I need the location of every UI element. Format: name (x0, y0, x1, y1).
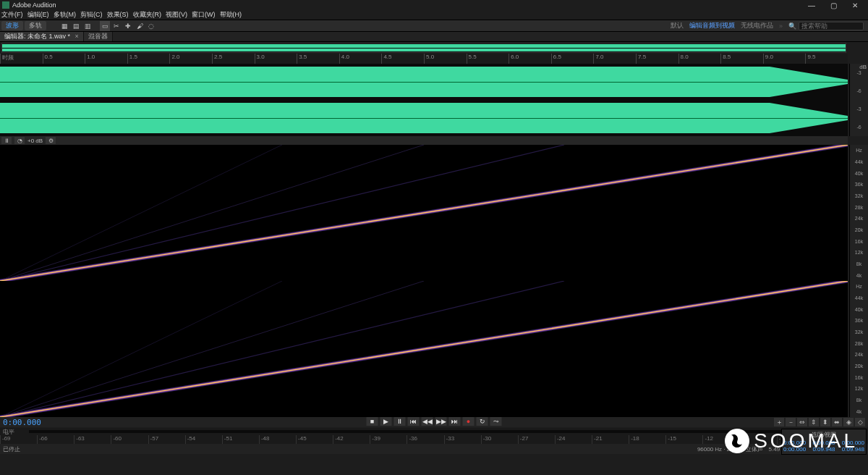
ruler-tick: 1.0 (85, 54, 95, 64)
search-icon: 🔍 (788, 22, 796, 30)
sel-start[interactable]: 0:00.000 (783, 440, 806, 446)
hz-tick: 40k (855, 307, 863, 312)
heal-tool-icon[interactable]: ✚ (123, 21, 133, 31)
hz-tick: 4k (856, 409, 861, 414)
editor-tabs: 编辑器: 未命名 1.wav * × 混音器 (0, 32, 868, 42)
workspace-radio[interactable]: 无线电作品 (741, 21, 773, 30)
waveform-display[interactable] (0, 64, 848, 136)
workspace-tab-multitrack[interactable]: 多轨 (25, 21, 46, 30)
menu-effects[interactable]: 效果(S) (107, 10, 129, 20)
level-tick: -39 (370, 435, 380, 444)
level-tick: -48 (259, 435, 270, 444)
hz-tick: 16k (855, 375, 863, 380)
waveform-channel-left (0, 65, 848, 98)
status-sample: 96000 Hz · 24 位 · 立体声 (697, 445, 763, 453)
hz-tick: 4k (856, 273, 861, 278)
spectrogram-left[interactable] (0, 145, 848, 281)
zoom-controls: ＋ － ⇔ ⇕ ⬍ ⬌ ◈ ◇ (774, 418, 865, 426)
hz-tick: 12k (855, 386, 863, 391)
ruler-tick: 4.5 (381, 54, 391, 64)
level-tick: -9 (740, 435, 747, 444)
window-close-button[interactable]: ✕ (844, 1, 866, 9)
move-tool-icon[interactable]: ▭ (100, 21, 110, 31)
spectral-view-toggle-icon[interactable]: ⏸ (1, 137, 12, 144)
preview-volume[interactable]: +0 dB (27, 138, 43, 144)
hz-tick: 8k (856, 261, 861, 266)
zoom-out-point-icon[interactable]: ◇ (855, 418, 865, 426)
editor-tab-mixer[interactable]: 混音器 (84, 32, 113, 41)
view-end[interactable]: 0:09.948 (812, 446, 835, 453)
menu-favorites[interactable]: 收藏夹(R) (133, 10, 162, 20)
hz-tick: 40k (855, 171, 863, 176)
hz-tick: Hz (856, 148, 862, 153)
pitch-view-icon[interactable]: ▥ (82, 21, 93, 31)
spectral-view-icon[interactable]: ▤ (71, 21, 81, 31)
sel-end[interactable]: 0:00.000 (812, 440, 835, 446)
level-tick: -60 (111, 435, 122, 444)
forward-button[interactable]: ▶▶ (435, 417, 447, 426)
view-start[interactable]: 0:00.000 (783, 446, 806, 453)
menu-clip[interactable]: 剪辑(C) (80, 10, 103, 20)
svg-line-9 (0, 145, 848, 281)
zoom-out-vert-icon[interactable]: ⬌ (832, 418, 842, 426)
level-track[interactable] (29, 430, 825, 433)
record-button[interactable]: ● (463, 417, 475, 426)
frequency-scale-left: Hz44k40k36k32k28k24k20k16k12k8k4k (849, 145, 868, 281)
spectral-scale-icon[interactable]: ◔ (14, 137, 25, 144)
ruler-tick: 5.5 (467, 54, 477, 64)
workspace-default[interactable]: 默认 (671, 21, 684, 30)
selection-view-panel: 选区/视图 0:00.0000:00.0000:00.000 0:00.0000… (781, 429, 867, 455)
play-button[interactable]: ▶ (380, 417, 392, 426)
level-tick: -36 (407, 435, 417, 444)
workspace-tab-waveform[interactable]: 波形 (1, 21, 23, 30)
svg-marker-3 (761, 120, 848, 135)
menu-help[interactable]: 帮助(H) (220, 10, 242, 20)
ruler-tick: 2.5 (212, 54, 222, 64)
waveform-overview[interactable] (1, 43, 846, 53)
razor-tool-icon[interactable]: ✂ (111, 21, 122, 31)
level-tick: -21 (592, 435, 603, 444)
zoom-out-icon[interactable]: － (786, 418, 796, 426)
menu-file[interactable]: 文件(F) (1, 10, 23, 20)
menu-multitrack[interactable]: 多轨(M) (54, 10, 77, 20)
menu-window[interactable]: 窗口(W) (192, 10, 216, 20)
skip-selection-button[interactable]: ⤳ (490, 417, 502, 426)
editor-tab-label: 编辑器: 未命名 1.wav * (4, 33, 70, 40)
ruler-tick: 7.5 (636, 54, 646, 64)
zoom-in-icon[interactable]: ＋ (774, 418, 784, 426)
pause-button[interactable]: ⏸ (394, 417, 406, 426)
spectrogram-right[interactable] (0, 281, 848, 417)
zoom-selection-icon[interactable]: ⇕ (809, 418, 819, 426)
lasso-tool-icon[interactable]: ◌ (146, 21, 156, 31)
hud-toggle-icon[interactable]: ▦ (59, 21, 69, 31)
stop-button[interactable]: ■ (367, 417, 378, 426)
view-dur[interactable]: 0:09.948 (842, 446, 864, 453)
level-tick: -12 (702, 435, 713, 444)
loop-button[interactable]: ↻ (477, 417, 488, 426)
timecode-display[interactable]: 0:00.000 (3, 418, 41, 427)
level-tick: -15 (665, 435, 676, 444)
window-minimize-button[interactable]: — (801, 1, 822, 9)
sel-dur[interactable]: 0:00.000 (842, 440, 864, 446)
skip-back-button[interactable]: ⏮ (408, 417, 420, 426)
zoom-full-icon[interactable]: ⇔ (797, 418, 807, 426)
skip-fwd-button[interactable]: ⏭ (449, 417, 461, 426)
workspace-edit-audio-video[interactable]: 编辑音频到视频 (689, 21, 735, 30)
brush-tool-icon[interactable]: 🖌 (135, 21, 145, 31)
time-ruler[interactable]: 时频0.51.01.52.02.53.03.54.04.55.05.56.06.… (0, 54, 848, 64)
window-maximize-button[interactable]: ▢ (822, 1, 844, 9)
selection-header: 选区/视图 (783, 431, 864, 439)
close-icon[interactable]: × (75, 33, 79, 40)
svg-line-13 (0, 281, 282, 417)
editor-tab-file[interactable]: 编辑器: 未命名 1.wav * × (0, 32, 84, 41)
menu-view[interactable]: 视图(V) (166, 10, 187, 20)
ruler-tick: 8.5 (720, 54, 731, 64)
help-search-input[interactable] (799, 22, 864, 30)
zoom-in-point-icon[interactable]: ◈ (843, 418, 854, 426)
spectral-settings-icon[interactable]: ⚙ (46, 137, 56, 144)
zoom-in-vert-icon[interactable]: ⬍ (820, 418, 830, 426)
rewind-button[interactable]: ◀◀ (422, 417, 433, 426)
transport-controls: ■ ▶ ⏸ ⏮ ◀◀ ▶▶ ⏭ ● ↻ ⤳ (367, 417, 502, 426)
menu-edit[interactable]: 编辑(E) (27, 10, 49, 20)
hz-tick: 16k (855, 239, 863, 244)
